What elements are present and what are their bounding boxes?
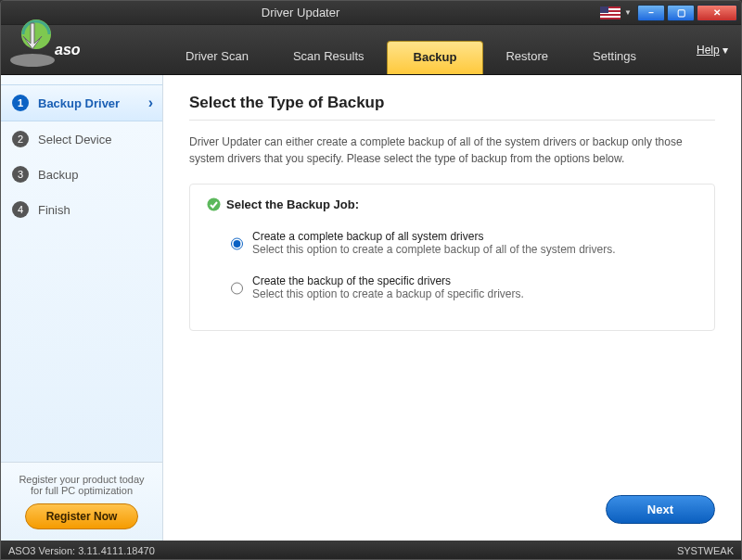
option-complete-backup[interactable]: Create a complete backup of all system d… bbox=[207, 224, 697, 269]
tab-scan-results[interactable]: Scan Results bbox=[271, 40, 387, 74]
step-backup-driver[interactable]: 1 Backup Driver bbox=[1, 84, 162, 121]
svg-rect-4 bbox=[600, 6, 608, 13]
step-label: Finish bbox=[38, 203, 70, 217]
step-label: Select Device bbox=[38, 133, 111, 146]
sidebar: 1 Backup Driver 2 Select Device 3 Backup… bbox=[1, 75, 163, 541]
register-text: Register your product today for full PC … bbox=[12, 474, 151, 496]
help-label: Help bbox=[697, 44, 720, 57]
step-number-icon: 1 bbox=[12, 95, 29, 111]
content-panel: Select the Type of Backup Driver Updater… bbox=[163, 75, 741, 541]
tab-driver-scan[interactable]: Driver Scan bbox=[163, 40, 271, 74]
maximize-button[interactable]: ▢ bbox=[667, 5, 695, 21]
step-label: Backup Driver bbox=[38, 96, 120, 110]
main-menubar: aso Driver Scan Scan Results Backup Rest… bbox=[1, 25, 741, 75]
tab-restore[interactable]: Restore bbox=[483, 40, 570, 74]
option-title: Create a complete backup of all system d… bbox=[252, 230, 616, 243]
option-subtitle: Select this option to create a complete … bbox=[252, 243, 616, 256]
wizard-steps: 1 Backup Driver 2 Select Device 3 Backup… bbox=[1, 75, 162, 227]
main-content-row: 1 Backup Driver 2 Select Device 3 Backup… bbox=[1, 75, 741, 541]
step-label: Backup bbox=[38, 168, 78, 182]
svg-point-7 bbox=[208, 198, 221, 211]
option-specific-backup[interactable]: Create the backup of the specific driver… bbox=[207, 269, 697, 313]
language-dropdown-icon[interactable]: ▼ bbox=[624, 8, 632, 17]
svg-rect-3 bbox=[600, 16, 620, 18]
app-logo-icon bbox=[5, 14, 60, 70]
close-button[interactable]: ✕ bbox=[697, 5, 737, 21]
minimize-button[interactable]: – bbox=[637, 5, 665, 21]
step-number-icon: 2 bbox=[12, 131, 29, 147]
step-backup[interactable]: 3 Backup bbox=[1, 157, 162, 192]
backup-job-box: Select the Backup Job: Create a complete… bbox=[189, 184, 715, 331]
radio-complete-backup[interactable] bbox=[231, 232, 243, 256]
register-box: Register your product today for full PC … bbox=[1, 462, 162, 541]
statusbar: ASO3 Version: 3.11.4111.18470 SYSTWEAK bbox=[1, 541, 741, 560]
tab-backup[interactable]: Backup bbox=[387, 41, 484, 74]
check-icon bbox=[207, 197, 221, 211]
next-button[interactable]: Next bbox=[606, 495, 715, 524]
backup-job-head-label: Select the Backup Job: bbox=[226, 197, 359, 211]
step-number-icon: 4 bbox=[12, 201, 29, 218]
vendor-text: SYSTWEAK bbox=[677, 545, 734, 556]
version-text: ASO3 Version: 3.11.4111.18470 bbox=[8, 545, 155, 556]
brand-text: aso bbox=[55, 42, 81, 58]
window-titlebar: Driver Updater ▼ – ▢ ✕ bbox=[1, 1, 741, 25]
step-finish[interactable]: 4 Finish bbox=[1, 192, 162, 227]
option-title: Create the backup of the specific driver… bbox=[252, 274, 524, 287]
language-flag-icon[interactable] bbox=[600, 6, 620, 19]
window-title: Driver Updater bbox=[1, 6, 600, 19]
step-select-device[interactable]: 2 Select Device bbox=[1, 121, 162, 157]
register-now-button[interactable]: Register Now bbox=[25, 503, 139, 529]
radio-specific-backup[interactable] bbox=[231, 276, 243, 300]
main-tabs: Driver Scan Scan Results Backup Restore … bbox=[163, 25, 659, 74]
help-link[interactable]: Help ▾ bbox=[697, 44, 728, 57]
logo-area: aso bbox=[1, 25, 163, 74]
page-description: Driver Updater can either create a compl… bbox=[189, 134, 715, 167]
step-number-icon: 3 bbox=[12, 166, 29, 183]
svg-point-5 bbox=[10, 54, 55, 67]
option-subtitle: Select this option to create a backup of… bbox=[252, 287, 524, 300]
page-title: Select the Type of Backup bbox=[189, 94, 715, 112]
backup-job-heading: Select the Backup Job: bbox=[207, 197, 697, 211]
divider bbox=[189, 120, 715, 121]
tab-settings[interactable]: Settings bbox=[570, 40, 659, 74]
